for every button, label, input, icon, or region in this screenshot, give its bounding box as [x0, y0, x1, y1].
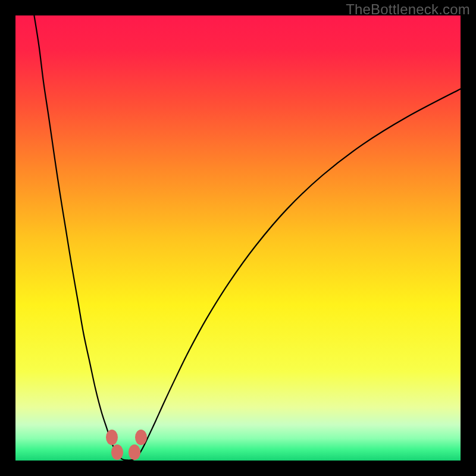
marker-dot	[135, 430, 147, 445]
curve-layer	[15, 15, 461, 461]
marker-dot	[111, 444, 123, 460]
plot-area	[15, 15, 461, 461]
chart-stage: TheBottleneck.com	[0, 0, 476, 476]
watermark-label: TheBottleneck.com	[346, 1, 470, 18]
curve-left-branch	[34, 15, 127, 461]
marker-dot	[106, 430, 118, 445]
curve-right-branch	[128, 89, 461, 460]
